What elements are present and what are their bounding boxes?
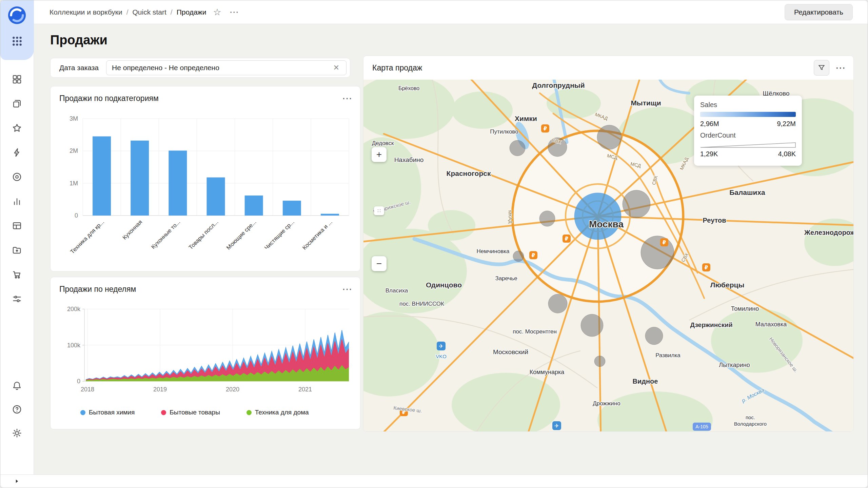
notifications-bell-icon[interactable]: [11, 380, 23, 391]
clear-filter-icon[interactable]: ✕: [332, 63, 341, 72]
svg-text:Химки: Химки: [515, 115, 537, 122]
svg-text:2019: 2019: [153, 386, 167, 393]
svg-text:А-105: А-105: [695, 424, 708, 429]
sidebar: [0, 0, 34, 474]
svg-text:VKO: VKO: [436, 353, 447, 359]
chart-more-icon[interactable]: ⋯: [342, 93, 353, 103]
svg-text:2018: 2018: [81, 386, 94, 393]
svg-text:3M: 3M: [70, 115, 78, 122]
area-chart[interactable]: 20182019202020210100k200k: [51, 298, 361, 406]
svg-text:Реутов: Реутов: [703, 217, 726, 224]
map-title: Карта продаж: [372, 63, 422, 73]
legend-item[interactable]: Техника для дома: [246, 409, 309, 416]
svg-text:Немчиновка: Немчиновка: [477, 248, 510, 255]
page-title: Продажи: [50, 33, 107, 47]
navigation-grid-icon[interactable]: [11, 74, 23, 85]
sales-legend-label: Sales: [700, 101, 796, 109]
svg-text:Техника для кр...: Техника для кр...: [69, 219, 105, 255]
svg-text:Коммунарка: Коммунарка: [530, 369, 565, 375]
svg-text:₽: ₽: [532, 252, 535, 258]
filter-label: Дата заказа: [59, 64, 99, 72]
svg-text:0: 0: [75, 212, 78, 219]
svg-text:100k: 100k: [67, 342, 81, 349]
app-window: Коллекции и воркбуки/Quick start/Продажи…: [0, 0, 868, 488]
edit-button[interactable]: Редактировать: [785, 4, 853, 20]
collections-icon[interactable]: [11, 98, 23, 109]
svg-text:Володарского: Володарского: [734, 421, 767, 427]
card-sales-map: Карта продаж ⋯: [363, 56, 854, 432]
card-sales-by-week: Продажи по неделям ⋯ 2018201920202021010…: [50, 277, 360, 429]
connections-folder-icon[interactable]: [11, 244, 23, 256]
svg-text:Чистящие ср...: Чистящие ср...: [263, 219, 296, 251]
favorite-star-icon[interactable]: ☆: [213, 7, 221, 18]
svg-text:Мытищи: Мытищи: [631, 99, 661, 107]
sidebar-bottom: [0, 380, 34, 439]
map-more-icon[interactable]: ⋯: [835, 63, 846, 73]
svg-text:Видное: Видное: [633, 378, 658, 385]
svg-text:Путилково: Путилково: [490, 128, 518, 135]
svg-text:Заречье: Заречье: [495, 275, 517, 282]
svg-text:Люберцы: Люберцы: [710, 281, 745, 289]
svg-text:пос. ВНИИССОК: пос. ВНИИССОК: [399, 301, 444, 307]
datalens-logo[interactable]: [7, 5, 27, 25]
breadcrumb-item[interactable]: Коллекции и воркбуки: [50, 8, 122, 16]
apps-grid-icon[interactable]: [11, 35, 23, 47]
bar-chart[interactable]: 01M2M3MТехника для кр...КухоннаяКухонные…: [51, 107, 361, 271]
dashboards-table-icon[interactable]: [11, 220, 23, 231]
breadcrumb: Коллекции и воркбуки/Quick start/Продажи: [50, 8, 206, 16]
svg-text:2020: 2020: [226, 386, 239, 393]
breadcrumb-item[interactable]: Quick start: [132, 8, 166, 16]
legend-dot: [80, 410, 85, 415]
legend-dot: [246, 410, 252, 415]
filters-funnel-button[interactable]: [814, 60, 829, 76]
sidebar-nav: [0, 74, 34, 305]
date-filter-input[interactable]: Не определено - Не определено ✕: [106, 60, 347, 75]
svg-text:✈: ✈: [554, 423, 559, 429]
zoom-slider[interactable]: ∷: [374, 206, 384, 215]
zoom-out-button[interactable]: −: [372, 256, 387, 271]
svg-text:Власиха: Власиха: [386, 287, 408, 294]
svg-text:Моющие сре...: Моющие сре...: [225, 219, 257, 251]
map-area: ₽₽₽₽₽₽✈VKO✈А-105 БрёховоДолгопрудныйЩёлк…: [363, 80, 854, 432]
breadcrumb-item[interactable]: Продажи: [177, 8, 206, 16]
ordercount-min: 1,29K: [700, 150, 718, 158]
svg-text:пос. Мосрентген: пос. Мосрентген: [513, 328, 557, 335]
expand-icon[interactable]: [13, 477, 21, 486]
chart-title: Продажи по неделям: [59, 285, 136, 294]
legend-item[interactable]: Бытовые товары: [161, 409, 220, 416]
settings-gear-icon[interactable]: [11, 427, 23, 439]
datasets-disc-icon[interactable]: [11, 171, 23, 183]
card-sales-by-subcategory: Продажи по подкатегориям ⋯ 01M2M3MТехник…: [50, 86, 360, 271]
svg-text:Москва: Москва: [589, 219, 624, 229]
svg-text:1M: 1M: [70, 180, 78, 187]
legend-item[interactable]: Бытовая химия: [80, 409, 135, 416]
help-icon[interactable]: [11, 404, 23, 415]
svg-text:0: 0: [77, 378, 80, 385]
legend-label: Бытовые товары: [170, 409, 220, 416]
svg-text:Товары посл...: Товары посл...: [188, 219, 219, 250]
svg-text:Красногорск: Красногорск: [447, 169, 491, 177]
breadcrumb-more-icon[interactable]: ⋯: [230, 6, 240, 18]
bottom-bar: [0, 474, 868, 488]
svg-text:₽: ₽: [663, 240, 666, 245]
svg-text:Кухонная: Кухонная: [121, 219, 143, 241]
svg-text:Томилино: Томилино: [731, 305, 759, 312]
legend-label: Бытовая химия: [89, 409, 135, 416]
svg-text:МКАД: МКАД: [507, 210, 513, 224]
marketplace-cart-icon[interactable]: [11, 269, 23, 280]
legend-label: Техника для дома: [255, 409, 309, 416]
quick-actions-lightning-icon[interactable]: [11, 147, 23, 158]
svg-text:Кухонные то...: Кухонные то...: [150, 219, 181, 250]
breadcrumb-separator: /: [126, 8, 129, 16]
ordercount-wedge: [700, 142, 796, 148]
svg-text:₽: ₽: [705, 265, 708, 270]
funnel-icon: [817, 64, 826, 72]
map-legend: Sales 2,96M 9,22M OrderCount 1,29K 4,08K: [694, 96, 802, 166]
service-settings-sliders-icon[interactable]: [11, 293, 23, 305]
charts-bars-icon[interactable]: [11, 196, 23, 207]
favorites-star-icon[interactable]: [11, 122, 23, 134]
svg-text:Московский: Московский: [493, 348, 528, 355]
zoom-in-button[interactable]: +: [372, 147, 387, 162]
svg-text:Развилка: Развилка: [655, 352, 680, 359]
chart-more-icon[interactable]: ⋯: [342, 284, 353, 294]
